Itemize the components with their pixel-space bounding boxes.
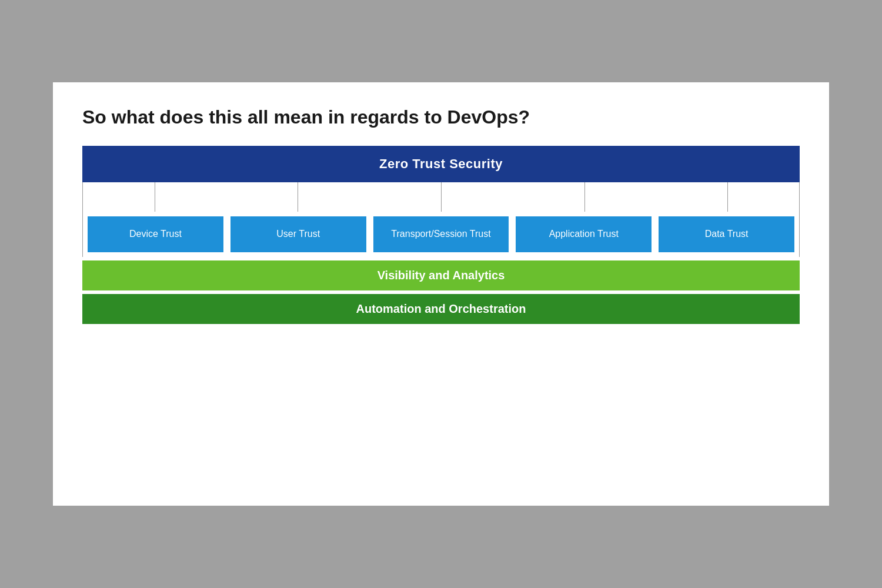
bottom-bars: Visibility and Analytics Automation and …: [82, 260, 800, 324]
zero-trust-bar: Zero Trust Security: [82, 146, 800, 182]
connector-cell-1: [83, 182, 226, 212]
diagram-container: Zero Trust Security Device Trust User Tr…: [82, 146, 800, 482]
slide-title: So what does this all mean in regards to…: [82, 106, 800, 128]
connector-cell-5: [656, 182, 799, 212]
slide-container: So what does this all mean in regards to…: [53, 82, 829, 506]
visibility-analytics-bar: Visibility and Analytics: [82, 260, 800, 290]
connector-cell-2: [226, 182, 370, 212]
device-trust-box: Device Trust: [88, 216, 223, 252]
data-trust-box: Data Trust: [659, 216, 794, 252]
connector-cell-4: [513, 182, 656, 212]
application-trust-box: Application Trust: [516, 216, 652, 252]
user-trust-box: User Trust: [230, 216, 366, 252]
connector-cell-3: [369, 182, 513, 212]
transport-session-trust-box: Transport/Session Trust: [373, 216, 509, 252]
trust-boxes-row: Device Trust User Trust Transport/Sessio…: [82, 212, 800, 257]
connectors-row: [82, 182, 800, 212]
automation-orchestration-bar: Automation and Orchestration: [82, 294, 800, 324]
